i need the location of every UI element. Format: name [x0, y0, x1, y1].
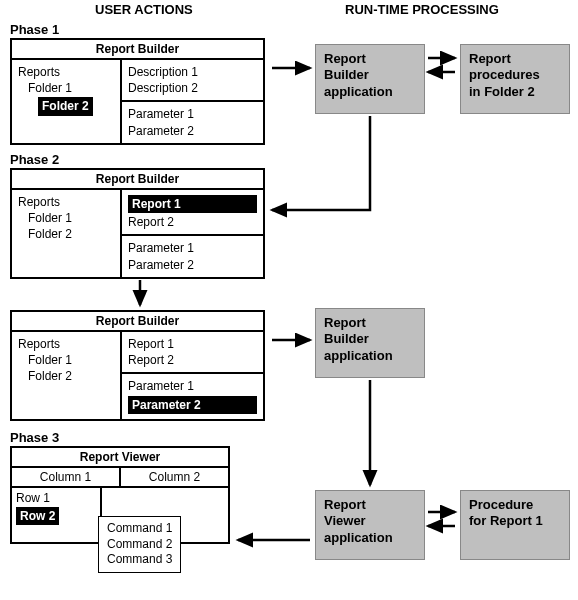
parameter-1: Parameter 1 [128, 106, 257, 122]
report-2[interactable]: Report 2 [128, 352, 257, 368]
parameter-1[interactable]: Parameter 1 [128, 378, 257, 394]
panel-title: Report Builder [12, 170, 263, 190]
phase-2-label: Phase 2 [10, 152, 59, 167]
parameter-2-selected[interactable]: Parameter 2 [128, 396, 257, 414]
tree-folder-2[interactable]: Folder 2 [18, 368, 114, 384]
report-procedures-folder2-box: Report procedures in Folder 2 [460, 44, 570, 114]
report-builder-panel-2: Report Builder Reports Folder 1 Folder 2… [10, 168, 265, 279]
panel-title: Report Builder [12, 312, 263, 332]
phase-3-label: Phase 3 [10, 430, 59, 445]
tree-folder-1[interactable]: Folder 1 [18, 80, 114, 96]
parameter-section: Parameter 1 Parameter 2 [122, 372, 263, 418]
parameter-section: Parameter 1 Parameter 2 [122, 100, 263, 142]
column-1-header: Column 1 [12, 468, 119, 486]
description-section: Description 1 Description 2 [122, 60, 263, 100]
parameter-2: Parameter 2 [128, 123, 257, 139]
command-1[interactable]: Command 1 [107, 521, 172, 537]
report-viewer-app-box: Report Viewer application [315, 490, 425, 560]
report-section: Report 1 Report 2 [122, 190, 263, 234]
tree-root[interactable]: Reports [18, 336, 114, 352]
row-2-selected[interactable]: Row 2 [16, 507, 59, 525]
tree-folder-1[interactable]: Folder 1 [18, 210, 114, 226]
tree-folder-2-selected[interactable]: Folder 2 [38, 97, 93, 115]
parameter-1: Parameter 1 [128, 240, 257, 256]
tree-root[interactable]: Reports [18, 64, 114, 80]
folder-tree: Reports Folder 1 Folder 2 [12, 190, 122, 277]
report-1-selected[interactable]: Report 1 [128, 195, 257, 213]
tree-folder-2[interactable]: Folder 2 [18, 226, 114, 242]
procedure-report1-box: Procedure for Report 1 [460, 490, 570, 560]
parameter-2: Parameter 2 [128, 257, 257, 273]
command-2[interactable]: Command 2 [107, 537, 172, 553]
description-2: Description 2 [128, 80, 257, 96]
report-builder-panel-3: Report Builder Reports Folder 1 Folder 2… [10, 310, 265, 421]
report-builder-app-box-2: Report Builder application [315, 308, 425, 378]
header-runtime: RUN-TIME PROCESSING [345, 2, 499, 17]
tree-root[interactable]: Reports [18, 194, 114, 210]
parameter-section: Parameter 1 Parameter 2 [122, 234, 263, 276]
command-3[interactable]: Command 3 [107, 552, 172, 568]
tree-folder-1[interactable]: Folder 1 [18, 352, 114, 368]
row-1[interactable]: Row 1 [16, 490, 96, 506]
report-builder-panel-1: Report Builder Reports Folder 1 Folder 2… [10, 38, 265, 145]
header-user-actions: USER ACTIONS [95, 2, 193, 17]
phase-1-label: Phase 1 [10, 22, 59, 37]
viewer-title: Report Viewer [12, 448, 228, 468]
column-2-header: Column 2 [119, 468, 228, 486]
panel-title: Report Builder [12, 40, 263, 60]
description-1: Description 1 [128, 64, 257, 80]
report-section: Report 1 Report 2 [122, 332, 263, 372]
report-1[interactable]: Report 1 [128, 336, 257, 352]
report-2[interactable]: Report 2 [128, 214, 257, 230]
folder-tree: Reports Folder 1 Folder 2 [12, 60, 122, 143]
folder-tree: Reports Folder 1 Folder 2 [12, 332, 122, 419]
report-builder-app-box-1: Report Builder application [315, 44, 425, 114]
context-menu: Command 1 Command 2 Command 3 [98, 516, 181, 573]
